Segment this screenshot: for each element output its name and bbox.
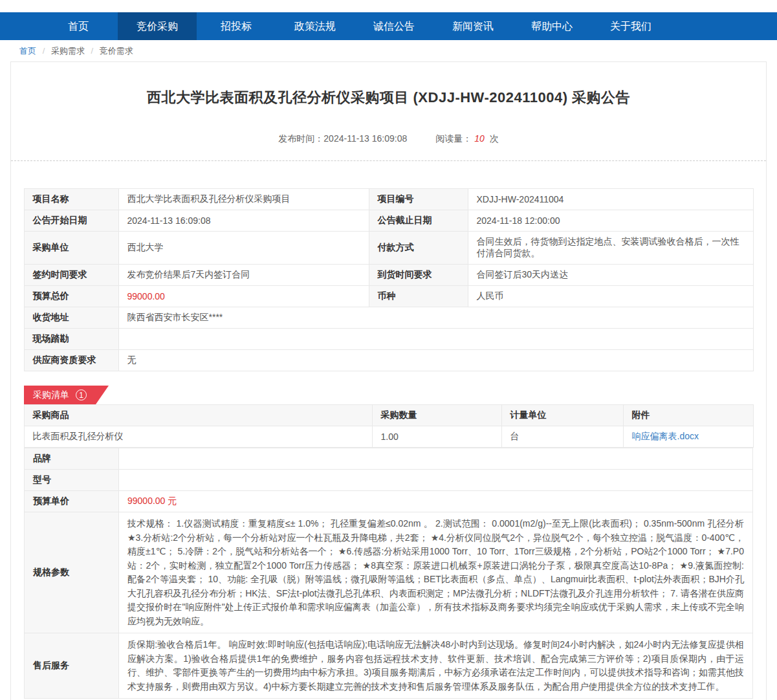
budget-total-label: 预算总价 [24, 286, 118, 307]
address-value: 陕西省西安市长安区**** [118, 307, 753, 329]
breadcrumb-purchase-demand[interactable]: 采购需求 [51, 46, 85, 56]
project-no-value: XDJJ-HW-202411004 [468, 189, 753, 210]
product-value: 比表面积及孔径分析仪 [24, 426, 372, 448]
header-product: 采购商品 [24, 405, 372, 426]
publish-time-label: 发布时间： [278, 133, 323, 144]
header-quantity: 采购数量 [372, 405, 501, 426]
nav-item-home[interactable]: 首页 [39, 12, 118, 40]
nav-item-integrity-notice[interactable]: 诚信公告 [355, 12, 433, 40]
brand-label: 品牌 [25, 448, 119, 470]
start-date-label: 公告开始日期 [24, 210, 118, 232]
qualification-value: 无 [118, 350, 753, 371]
project-no-label: 项目编号 [369, 189, 468, 210]
payment-value: 合同生效后，待货物到达指定地点、安装调试验收合格后，一次性付清合同货款。 [468, 232, 753, 265]
top-white-strip [0, 0, 777, 12]
table-row: 签约时间要求 发布竞价结果后7天内签订合同 到货时间要求 合同签订后30天内送达 [24, 265, 753, 286]
currency-value: 人民币 [468, 286, 753, 307]
nav-item-news[interactable]: 新闻资讯 [433, 12, 512, 40]
spec-value: 技术规格： 1.仪器测试精度：重复精度≤± 1.0%； 孔径重复偏差≤0.02n… [119, 512, 753, 633]
table-header-row: 采购商品 采购数量 计量单位 附件 [24, 405, 753, 426]
brand-value [119, 448, 753, 470]
nav-item-tender[interactable]: 招投标 [197, 12, 276, 40]
service-label: 售后服务 [25, 633, 119, 699]
site-visit-label: 现场踏勘 [24, 329, 118, 350]
project-name-value: 西北大学比表面积及孔径分析仪采购项目 [118, 189, 369, 210]
dashed-divider [11, 160, 766, 161]
purchaser-value: 西北大学 [118, 232, 369, 265]
project-name-label: 项目名称 [24, 189, 118, 210]
nav-item-help-center[interactable]: 帮助中心 [512, 12, 591, 40]
breadcrumb: 首页 / 采购需求 / 竞价需求 [0, 40, 777, 61]
sign-time-label: 签约时间要求 [24, 265, 118, 286]
purchase-list-badge: 采购清单 1 [24, 386, 109, 404]
qualification-label: 供应商资质要求 [24, 350, 118, 371]
views-unit: 次 [490, 133, 499, 144]
publish-time-value: 2024-11-13 16:09:08 [323, 133, 407, 144]
article-meta: 发布时间：2024-11-13 16:09:08 阅读量：10 次 [11, 133, 766, 145]
header-attachment: 附件 [623, 405, 753, 426]
purchase-list-count-badge: 1 [76, 389, 87, 400]
delivery-time-value: 合同签订后30天内送达 [468, 265, 753, 286]
payment-label: 付款方式 [369, 232, 468, 265]
quantity-value: 1.00 [372, 426, 501, 448]
announcement-card: 西北大学比表面积及孔径分析仪采购项目 (XDJJ-HW-202411004) 采… [10, 61, 767, 700]
table-row: 售后服务 质保期:验收合格后1年。 响应时效:即时响应(包括电话响应);电话响应… [25, 633, 753, 699]
table-row: 收货地址 陕西省西安市长安区**** [24, 307, 753, 329]
purchaser-label: 采购单位 [24, 232, 118, 265]
table-row: 供应商资质要求 无 [24, 350, 753, 371]
unit-price-label: 预算单价 [25, 491, 119, 512]
main-nav: 首页 竞价采购 招投标 政策法规 诚信公告 新闻资讯 帮助中心 关于我们 [0, 12, 777, 40]
end-date-label: 公告截止日期 [369, 210, 468, 232]
site-visit-value [118, 329, 753, 350]
page-title: 西北大学比表面积及孔径分析仪采购项目 (XDJJ-HW-202411004) 采… [11, 62, 766, 107]
nav-item-bidding-purchase[interactable]: 竞价采购 [118, 12, 197, 40]
nav-item-about-us[interactable]: 关于我们 [591, 12, 670, 40]
currency-label: 币种 [369, 286, 468, 307]
breadcrumb-home[interactable]: 首页 [19, 46, 36, 56]
views-label: 阅读量： [435, 133, 472, 144]
table-row: 品牌 [25, 448, 753, 470]
start-date-value: 2024-11-13 16:09:08 [118, 210, 369, 232]
table-row: 预算单价 99000.00 元 [25, 491, 753, 512]
spec-label: 规格参数 [25, 512, 119, 633]
attachment-link[interactable]: 响应偏离表.docx [632, 431, 699, 441]
table-row: 采购单位 西北大学 付款方式 合同生效后，待货物到达指定地点、安装调试验收合格后… [24, 232, 753, 265]
breadcrumb-separator: / [91, 46, 94, 56]
views-count: 10 [474, 133, 485, 144]
sign-time-value: 发布竞价结果后7天内签订合同 [118, 265, 369, 286]
model-value [119, 470, 753, 491]
address-label: 收货地址 [24, 307, 118, 329]
purchase-list-badge-wrap: 采购清单 1 [24, 386, 753, 404]
table-row: 项目名称 西北大学比表面积及孔径分析仪采购项目 项目编号 XDJJ-HW-202… [24, 189, 753, 210]
table-row: 现场踏勘 [24, 329, 753, 350]
purchase-list-badge-label: 采购清单 [33, 386, 69, 404]
purchase-detail-table: 品牌 型号 预算单价 99000.00 元 规格参数 技术规格： 1.仪器测试精… [24, 448, 753, 699]
breadcrumb-separator: / [43, 46, 45, 56]
table-row: 公告开始日期 2024-11-13 16:09:08 公告截止日期 2024-1… [24, 210, 753, 232]
header-unit: 计量单位 [501, 405, 623, 426]
table-row: 预算总价 99000.00 币种 人民币 [24, 286, 753, 307]
table-row: 比表面积及孔径分析仪 1.00 台 响应偏离表.docx [24, 426, 753, 448]
end-date-value: 2024-11-18 12:00:00 [468, 210, 753, 232]
table-row: 规格参数 技术规格： 1.仪器测试精度：重复精度≤± 1.0%； 孔径重复偏差≤… [25, 512, 753, 633]
delivery-time-label: 到货时间要求 [369, 265, 468, 286]
budget-total-value: 99000.00 [118, 286, 369, 307]
breadcrumb-bidding-demand[interactable]: 竞价需求 [100, 46, 133, 56]
purchase-list-table: 采购商品 采购数量 计量单位 附件 比表面积及孔径分析仪 1.00 台 响应偏离… [24, 404, 754, 448]
service-value: 质保期:验收合格后1年。 响应时效:即时响应(包括电话响应);电话响应无法解决4… [119, 633, 753, 699]
unit-value: 台 [501, 426, 623, 448]
table-row: 型号 [25, 470, 753, 491]
nav-item-policy[interactable]: 政策法规 [276, 12, 355, 40]
model-label: 型号 [25, 470, 119, 491]
project-info-table: 项目名称 西北大学比表面积及孔径分析仪采购项目 项目编号 XDJJ-HW-202… [24, 188, 754, 371]
unit-price-value: 99000.00 元 [119, 491, 753, 512]
